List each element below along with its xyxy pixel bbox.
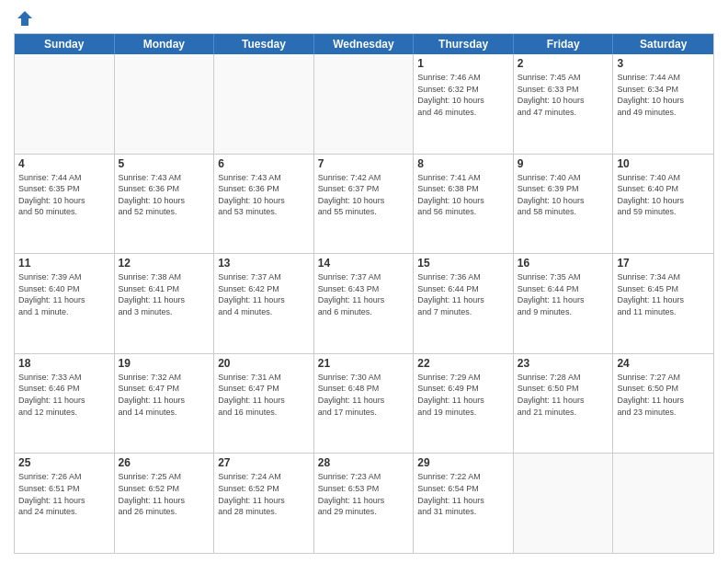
calendar-cell: 29Sunrise: 7:22 AM Sunset: 6:54 PM Dayli… xyxy=(414,454,514,553)
day-header-thursday: Thursday xyxy=(414,34,514,54)
day-number: 17 xyxy=(617,257,710,270)
day-info: Sunrise: 7:42 AM Sunset: 6:37 PM Dayligh… xyxy=(318,172,410,218)
day-info: Sunrise: 7:23 AM Sunset: 6:53 PM Dayligh… xyxy=(318,471,410,517)
calendar-cell xyxy=(15,54,115,154)
day-header-wednesday: Wednesday xyxy=(314,34,415,54)
calendar-cell: 9Sunrise: 7:40 AM Sunset: 6:39 PM Daylig… xyxy=(514,155,614,254)
day-number: 12 xyxy=(119,257,210,270)
calendar-header: SundayMondayTuesdayWednesdayThursdayFrid… xyxy=(15,34,713,54)
calendar-cell: 23Sunrise: 7:28 AM Sunset: 6:50 PM Dayli… xyxy=(514,354,614,454)
calendar-cell: 8Sunrise: 7:41 AM Sunset: 6:38 PM Daylig… xyxy=(414,155,514,254)
calendar-cell: 22Sunrise: 7:29 AM Sunset: 6:49 PM Dayli… xyxy=(414,354,514,454)
day-number: 13 xyxy=(218,257,310,270)
calendar-cell: 18Sunrise: 7:33 AM Sunset: 6:46 PM Dayli… xyxy=(15,354,115,454)
day-info: Sunrise: 7:24 AM Sunset: 6:52 PM Dayligh… xyxy=(218,471,310,517)
day-number: 18 xyxy=(18,357,110,370)
logo xyxy=(14,9,34,28)
day-number: 29 xyxy=(417,456,509,469)
calendar-cell: 5Sunrise: 7:43 AM Sunset: 6:36 PM Daylig… xyxy=(115,155,215,254)
day-number: 4 xyxy=(18,157,110,170)
calendar-cell: 28Sunrise: 7:23 AM Sunset: 6:53 PM Dayli… xyxy=(314,454,415,553)
day-number: 5 xyxy=(119,157,210,170)
calendar-cell: 19Sunrise: 7:32 AM Sunset: 6:47 PM Dayli… xyxy=(115,354,215,454)
day-number: 15 xyxy=(417,257,509,270)
calendar-cell: 3Sunrise: 7:44 AM Sunset: 6:34 PM Daylig… xyxy=(613,54,713,154)
calendar-cell: 17Sunrise: 7:34 AM Sunset: 6:45 PM Dayli… xyxy=(613,254,713,353)
calendar-cell xyxy=(314,54,415,154)
calendar-row-4: 18Sunrise: 7:33 AM Sunset: 6:46 PM Dayli… xyxy=(15,354,713,454)
day-number: 2 xyxy=(518,57,609,70)
calendar-cell: 20Sunrise: 7:31 AM Sunset: 6:47 PM Dayli… xyxy=(214,354,314,454)
day-number: 8 xyxy=(417,157,509,170)
day-info: Sunrise: 7:38 AM Sunset: 6:41 PM Dayligh… xyxy=(119,271,210,317)
day-info: Sunrise: 7:36 AM Sunset: 6:44 PM Dayligh… xyxy=(417,271,509,317)
day-number: 26 xyxy=(119,456,210,469)
day-header-sunday: Sunday xyxy=(15,34,115,54)
day-info: Sunrise: 7:31 AM Sunset: 6:47 PM Dayligh… xyxy=(218,372,310,418)
day-header-monday: Monday xyxy=(115,34,215,54)
day-info: Sunrise: 7:37 AM Sunset: 6:42 PM Dayligh… xyxy=(218,271,310,317)
calendar-cell: 1Sunrise: 7:46 AM Sunset: 6:32 PM Daylig… xyxy=(414,54,514,154)
calendar-cell xyxy=(115,54,215,154)
day-info: Sunrise: 7:44 AM Sunset: 6:34 PM Dayligh… xyxy=(617,72,710,118)
day-number: 10 xyxy=(617,157,710,170)
day-number: 27 xyxy=(218,456,310,469)
calendar-cell: 7Sunrise: 7:42 AM Sunset: 6:37 PM Daylig… xyxy=(314,155,415,254)
day-header-friday: Friday xyxy=(514,34,614,54)
calendar-cell: 16Sunrise: 7:35 AM Sunset: 6:44 PM Dayli… xyxy=(514,254,614,353)
day-info: Sunrise: 7:45 AM Sunset: 6:33 PM Dayligh… xyxy=(518,72,609,118)
calendar-cell: 13Sunrise: 7:37 AM Sunset: 6:42 PM Dayli… xyxy=(214,254,314,353)
day-info: Sunrise: 7:33 AM Sunset: 6:46 PM Dayligh… xyxy=(18,372,110,418)
calendar-cell: 21Sunrise: 7:30 AM Sunset: 6:48 PM Dayli… xyxy=(314,354,415,454)
day-number: 21 xyxy=(318,357,410,370)
day-info: Sunrise: 7:32 AM Sunset: 6:47 PM Dayligh… xyxy=(119,372,210,418)
day-info: Sunrise: 7:29 AM Sunset: 6:49 PM Dayligh… xyxy=(417,372,509,418)
calendar-cell: 2Sunrise: 7:45 AM Sunset: 6:33 PM Daylig… xyxy=(514,54,614,154)
day-info: Sunrise: 7:40 AM Sunset: 6:40 PM Dayligh… xyxy=(617,172,710,218)
calendar-row-3: 11Sunrise: 7:39 AM Sunset: 6:40 PM Dayli… xyxy=(15,254,713,354)
day-number: 20 xyxy=(218,357,310,370)
day-info: Sunrise: 7:46 AM Sunset: 6:32 PM Dayligh… xyxy=(417,72,509,118)
day-info: Sunrise: 7:35 AM Sunset: 6:44 PM Dayligh… xyxy=(518,271,609,317)
logo-icon xyxy=(16,9,34,28)
day-number: 28 xyxy=(318,456,410,469)
calendar-cell: 14Sunrise: 7:37 AM Sunset: 6:43 PM Dayli… xyxy=(314,254,415,353)
day-number: 9 xyxy=(518,157,609,170)
day-header-tuesday: Tuesday xyxy=(214,34,314,54)
calendar-cell xyxy=(214,54,314,154)
day-header-saturday: Saturday xyxy=(613,34,713,54)
calendar-row-1: 1Sunrise: 7:46 AM Sunset: 6:32 PM Daylig… xyxy=(15,54,713,155)
calendar-cell: 12Sunrise: 7:38 AM Sunset: 6:41 PM Dayli… xyxy=(115,254,215,353)
calendar-row-2: 4Sunrise: 7:44 AM Sunset: 6:35 PM Daylig… xyxy=(15,155,713,255)
day-info: Sunrise: 7:26 AM Sunset: 6:51 PM Dayligh… xyxy=(18,471,110,517)
day-info: Sunrise: 7:40 AM Sunset: 6:39 PM Dayligh… xyxy=(518,172,609,218)
day-info: Sunrise: 7:43 AM Sunset: 6:36 PM Dayligh… xyxy=(218,172,310,218)
day-number: 22 xyxy=(417,357,509,370)
calendar-cell: 4Sunrise: 7:44 AM Sunset: 6:35 PM Daylig… xyxy=(15,155,115,254)
day-info: Sunrise: 7:22 AM Sunset: 6:54 PM Dayligh… xyxy=(417,471,509,517)
day-number: 19 xyxy=(119,357,210,370)
day-info: Sunrise: 7:27 AM Sunset: 6:50 PM Dayligh… xyxy=(617,372,710,418)
day-info: Sunrise: 7:39 AM Sunset: 6:40 PM Dayligh… xyxy=(18,271,110,317)
calendar-cell: 26Sunrise: 7:25 AM Sunset: 6:52 PM Dayli… xyxy=(115,454,215,553)
day-info: Sunrise: 7:37 AM Sunset: 6:43 PM Dayligh… xyxy=(318,271,410,317)
day-info: Sunrise: 7:28 AM Sunset: 6:50 PM Dayligh… xyxy=(518,372,609,418)
day-info: Sunrise: 7:34 AM Sunset: 6:45 PM Dayligh… xyxy=(617,271,710,317)
day-number: 11 xyxy=(18,257,110,270)
day-info: Sunrise: 7:44 AM Sunset: 6:35 PM Dayligh… xyxy=(18,172,110,218)
day-info: Sunrise: 7:41 AM Sunset: 6:38 PM Dayligh… xyxy=(417,172,509,218)
day-info: Sunrise: 7:43 AM Sunset: 6:36 PM Dayligh… xyxy=(119,172,210,218)
day-number: 25 xyxy=(18,456,110,469)
calendar-cell: 25Sunrise: 7:26 AM Sunset: 6:51 PM Dayli… xyxy=(15,454,115,553)
calendar-cell: 6Sunrise: 7:43 AM Sunset: 6:36 PM Daylig… xyxy=(214,155,314,254)
day-number: 23 xyxy=(518,357,609,370)
day-number: 1 xyxy=(417,57,509,70)
calendar-cell: 11Sunrise: 7:39 AM Sunset: 6:40 PM Dayli… xyxy=(15,254,115,353)
calendar: SundayMondayTuesdayWednesdayThursdayFrid… xyxy=(14,33,714,554)
day-info: Sunrise: 7:25 AM Sunset: 6:52 PM Dayligh… xyxy=(119,471,210,517)
calendar-cell: 27Sunrise: 7:24 AM Sunset: 6:52 PM Dayli… xyxy=(214,454,314,553)
day-number: 6 xyxy=(218,157,310,170)
day-number: 24 xyxy=(617,357,710,370)
calendar-row-5: 25Sunrise: 7:26 AM Sunset: 6:51 PM Dayli… xyxy=(15,454,713,553)
page-header xyxy=(14,9,714,28)
